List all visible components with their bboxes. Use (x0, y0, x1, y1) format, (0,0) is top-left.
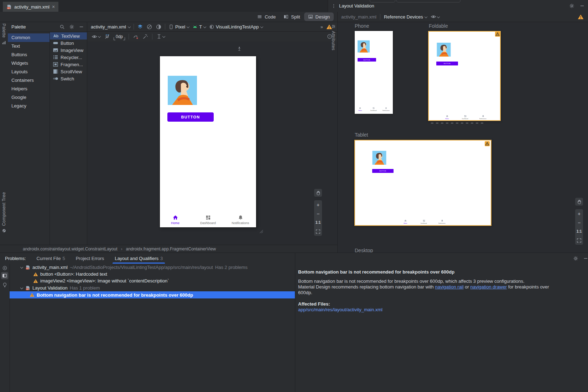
infer-constraints-icon[interactable] (142, 34, 148, 39)
tab-project-errors[interactable]: Project Errors (76, 253, 104, 264)
preview-phone[interactable]: BUTTON Home Dashboard Notifications (355, 31, 393, 114)
code-icon (257, 14, 262, 19)
android-studio-window: activity_main.xml × Layout Validation Co… (0, 0, 588, 392)
palette-category-helpers[interactable]: Helpers (8, 85, 50, 93)
palette-category-common[interactable]: Common (8, 33, 50, 42)
nav-item-dashboard[interactable]: Dashboard (194, 215, 222, 225)
layers-icon[interactable] (137, 24, 143, 30)
zoom-out-button[interactable]: − (314, 209, 322, 218)
mode-code-button[interactable]: Code (253, 12, 280, 21)
nav-item-home[interactable]: Home (161, 215, 189, 225)
problem-file-row[interactable]: activity_main.xml ~/AndroidStudioProject… (10, 264, 295, 271)
palette-category-containers[interactable]: Containers (8, 76, 50, 85)
lightbulb-icon[interactable] (2, 282, 7, 288)
file-variant-dropdown[interactable]: activity_main.xml (91, 24, 130, 30)
overflow-chevron-icon[interactable]: » (321, 24, 323, 30)
resize-grip-icon[interactable] (259, 229, 264, 234)
sidebar-item-attributes[interactable]: Attributes (329, 22, 337, 83)
palette-category-legacy[interactable]: Legacy (8, 102, 50, 110)
minimize-icon[interactable] (579, 3, 585, 9)
panel-divider[interactable] (295, 253, 295, 392)
tab-layout-and-qualifiers[interactable]: Layout and Qualifiers 3 (115, 253, 163, 264)
drag-handle-dots-icon[interactable] (331, 4, 336, 9)
preview-foldable[interactable]: BUTTON Home Dashboard Notifications (428, 31, 501, 121)
problem-group-layout-validation[interactable]: Layout Validation Has 1 problem (10, 285, 295, 291)
pan-button[interactable] (575, 198, 583, 206)
palette-item-fragment[interactable]: Fragmen... (50, 61, 87, 68)
autoconnect-off-icon[interactable] (104, 34, 110, 39)
theme-dropdown[interactable]: VisualLintingTestApp (209, 24, 262, 30)
nav-label: Home (445, 118, 449, 120)
search-icon[interactable] (59, 24, 65, 30)
device-preview-frame[interactable]: BUTTON Home Dashboard Notifications (160, 56, 256, 227)
mode-design-button[interactable]: Design (304, 12, 334, 21)
night-mode-icon[interactable] (156, 24, 162, 30)
palette-category-google[interactable]: Google (8, 93, 50, 102)
zoom-actual-button[interactable]: 1:1 (314, 218, 322, 227)
device-dropdown[interactable]: Pixel (168, 24, 189, 30)
render-warning-badge[interactable] (485, 141, 490, 146)
gear-icon[interactable] (69, 24, 74, 30)
validation-file-tab[interactable]: activity_main.xml (341, 14, 376, 20)
preview-tablet[interactable]: BUTTON Home Dashboard Notifications (354, 140, 491, 226)
palette-category-text[interactable]: Text (8, 42, 50, 51)
preview-button[interactable]: BUTTON (167, 112, 214, 122)
palette-category-widgets[interactable]: Widgets (8, 59, 50, 68)
editor-tab-activity-main[interactable]: activity_main.xml × (3, 2, 58, 12)
visibility-options-button[interactable] (431, 14, 439, 20)
view-options-button[interactable] (92, 34, 100, 39)
palette-item-switch[interactable]: Switch (50, 75, 87, 82)
palette-item-recyclerview[interactable]: Recycler... (50, 54, 87, 61)
gear-icon[interactable] (573, 256, 578, 261)
zoom-fit-button[interactable] (575, 236, 583, 245)
mode-split-button[interactable]: Split (280, 12, 304, 21)
nav-label: Notifications (438, 222, 446, 224)
palette-item-button[interactable]: Button (50, 39, 87, 47)
default-margin-field[interactable]: 0dp (114, 34, 125, 39)
minimize-icon[interactable] (79, 24, 84, 30)
affected-file-link[interactable]: app/src/main/res/layout/activity_main.xm… (298, 307, 383, 312)
palette-category-layouts[interactable]: Layouts (8, 68, 50, 76)
avatar-imageview[interactable] (168, 76, 197, 105)
api-level-dropdown[interactable]: T (192, 24, 206, 30)
tab-current-file[interactable]: Current File 5 (37, 253, 65, 264)
nav-item-notifications[interactable]: Notifications (226, 215, 255, 225)
design-toolbar: activity_main.xml Pixel T VisualLintingT… (87, 22, 337, 32)
navigation-rail-link[interactable]: navigation rail (435, 284, 463, 290)
minimize-icon[interactable] (583, 256, 588, 261)
palette-item-textview[interactable]: Ab TextView (50, 32, 87, 39)
clear-constraints-icon[interactable] (133, 34, 139, 39)
render-warning-badge[interactable] (495, 32, 500, 37)
chevron-down-icon[interactable] (20, 287, 23, 290)
navigation-drawer-link[interactable]: navigation drawer (470, 284, 507, 290)
breadcrumb-fragmentcontainerview[interactable]: androidx.fragment.app.FragmentContainerV… (126, 247, 216, 251)
zoom-in-button[interactable]: + (314, 200, 322, 209)
problem-row-content-description[interactable]: imageView2 <ImageView>: Image without `c… (10, 277, 295, 284)
nav-label: Dashboard (462, 118, 468, 120)
palette-item-scrollview[interactable]: ScrollView (50, 68, 87, 75)
warning-icon[interactable] (578, 14, 584, 20)
palette-item-imageview[interactable]: ImageView (50, 47, 87, 54)
close-icon[interactable]: × (52, 4, 55, 9)
zoom-out-button[interactable]: − (575, 218, 583, 227)
align-button[interactable] (156, 34, 165, 39)
left-tool-stripe: Palette Component Tree (0, 22, 8, 245)
breadcrumb-constraintlayout[interactable]: androidx.constraintlayout.widget.Constra… (23, 247, 118, 251)
design-canvas[interactable]: BUTTON Home Dashboard Notifications (87, 41, 337, 245)
zoom-in-button[interactable]: + (575, 209, 583, 218)
reference-devices-dropdown[interactable]: Reference Devices (384, 14, 427, 20)
gear-icon[interactable] (569, 3, 574, 9)
zoom-actual-button[interactable]: 1:1 (575, 227, 583, 236)
sidebar-item-palette[interactable]: Palette (0, 23, 8, 45)
sidebar-item-component-tree[interactable]: Component Tree (0, 192, 8, 233)
palette-category-buttons[interactable]: Buttons (8, 51, 50, 59)
component-tree-stripe-label: Component Tree (1, 192, 6, 226)
chevron-down-icon[interactable] (20, 266, 23, 269)
zoom-fit-button[interactable] (314, 227, 322, 236)
autoscroll-to-source-icon[interactable] (2, 265, 7, 271)
problem-row-hardcoded-text[interactable]: button <Button>: Hardcoded text (10, 271, 295, 277)
pan-button[interactable] (314, 189, 322, 197)
preview-panel-toggle[interactable] (1, 272, 8, 279)
problem-row-bottom-nav-selected[interactable]: Bottom navigation bar is not recommended… (10, 291, 295, 298)
design-surface-icon[interactable] (146, 24, 152, 30)
